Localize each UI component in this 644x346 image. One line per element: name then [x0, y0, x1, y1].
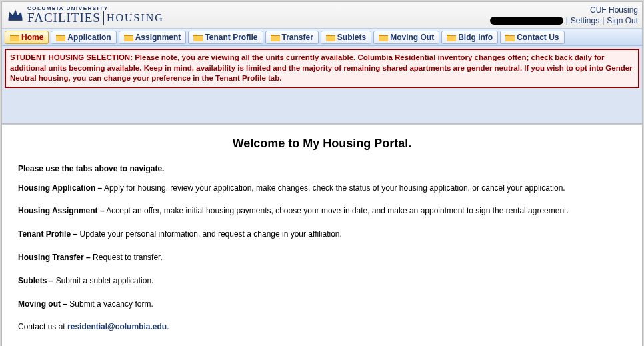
folder-icon — [193, 33, 203, 41]
section-moving-out: Moving out – Submit a vacancy form. — [18, 299, 626, 310]
section-assignment: Housing Assignment – Accept an offer, ma… — [18, 205, 626, 217]
header-right: CUF Housing | Settings | Sign Out — [490, 5, 638, 25]
folder-icon — [10, 33, 19, 41]
section-label: Sublets – — [18, 276, 53, 285]
folder-icon — [505, 33, 515, 41]
section-transfer: Housing Transfer – Request to transfer. — [18, 252, 626, 263]
section-text: Submit a vacancy form. — [67, 299, 153, 309]
section-sublets: Sublets – Submit a sublet application. — [18, 275, 626, 287]
section-label: Tenant Profile – — [18, 229, 77, 239]
nav-label: Home — [21, 33, 43, 42]
logo-text: COLUMBIA UNIVERSITY FACILITIES HOUSING — [27, 6, 164, 25]
app-window: COLUMBIA UNIVERSITY FACILITIES HOUSING C… — [1, 1, 643, 346]
logo: COLUMBIA UNIVERSITY FACILITIES HOUSING — [6, 6, 164, 25]
logo-facilities: FACILITIES — [27, 11, 101, 24]
folder-icon — [447, 33, 456, 41]
nav-label: Transfer — [282, 33, 313, 42]
contact-text-pre: Contact us at — [18, 322, 67, 331]
section-label: Moving out – — [18, 299, 67, 309]
folder-icon — [56, 33, 65, 41]
folder-icon — [379, 33, 388, 41]
username-redacted — [490, 17, 563, 25]
nav-home[interactable]: Home — [5, 31, 49, 44]
section-label: Housing Assignment – — [18, 206, 105, 215]
nav-transfer[interactable]: Transfer — [265, 31, 319, 44]
nav-tenant-profile[interactable]: Tenant Profile — [188, 31, 263, 44]
nav-sublets[interactable]: Sublets — [321, 31, 371, 44]
sep: | — [602, 16, 604, 25]
nav-contact-us[interactable]: Contact Us — [500, 31, 564, 44]
section-tenant-profile: Tenant Profile – Update your personal in… — [18, 229, 626, 240]
notice-spacer — [2, 91, 642, 124]
intro-text: Please use the tabs above to navigate. — [18, 164, 626, 173]
nav-application[interactable]: Application — [51, 31, 116, 44]
section-application: Housing Application – Apply for housing,… — [18, 183, 626, 194]
nav-assignment[interactable]: Assignment — [119, 31, 187, 44]
nav-label: Sublets — [337, 33, 366, 42]
nav-moving-out[interactable]: Moving Out — [373, 31, 439, 44]
settings-link[interactable]: Settings — [571, 16, 599, 25]
main-content: Welcome to My Housing Portal. Please use… — [2, 124, 642, 346]
nav-label: Moving Out — [390, 33, 434, 42]
nav-bar: Home Application Assignment Tenant Profi… — [2, 29, 642, 46]
signout-link[interactable]: Sign Out — [607, 16, 638, 25]
contact-text-post: . — [167, 322, 169, 331]
notice-area: STUDENT HOUSING SELECTION: Please note, … — [2, 46, 642, 91]
nav-label: Assignment — [135, 33, 181, 42]
section-label: Housing Transfer – — [18, 253, 91, 262]
folder-icon — [326, 33, 335, 41]
section-text: Submit a sublet application. — [53, 276, 153, 285]
nav-bldg-info[interactable]: Bldg Info — [441, 31, 498, 44]
nav-label: Contact Us — [517, 33, 559, 42]
folder-icon — [124, 33, 133, 41]
logo-housing: HOUSING — [107, 13, 164, 23]
section-text: Apply for housing, review your applicati… — [102, 183, 565, 193]
folder-icon — [271, 33, 280, 41]
section-label: Housing Application – — [18, 183, 102, 193]
sep: | — [566, 16, 568, 25]
nav-label: Tenant Profile — [205, 33, 257, 42]
logo-divider — [103, 11, 104, 25]
contact-email-link[interactable]: residential@columbia.edu — [67, 322, 167, 331]
nav-label: Bldg Info — [458, 33, 493, 42]
cuf-housing-link[interactable]: CUF Housing — [590, 5, 638, 15]
section-contact: Contact us at residential@columbia.edu. — [18, 321, 626, 333]
section-text: Accept an offer, make initial housing pa… — [105, 206, 569, 215]
header: COLUMBIA UNIVERSITY FACILITIES HOUSING C… — [2, 2, 642, 29]
nav-label: Application — [67, 33, 111, 42]
section-text: Request to transfer. — [91, 253, 163, 262]
section-text: Update your personal information, and re… — [77, 229, 342, 239]
notice-banner: STUDENT HOUSING SELECTION: Please note, … — [5, 49, 639, 88]
crown-icon — [6, 6, 25, 25]
page-title: Welcome to My Housing Portal. — [18, 137, 626, 151]
svg-rect-0 — [9, 19, 23, 21]
